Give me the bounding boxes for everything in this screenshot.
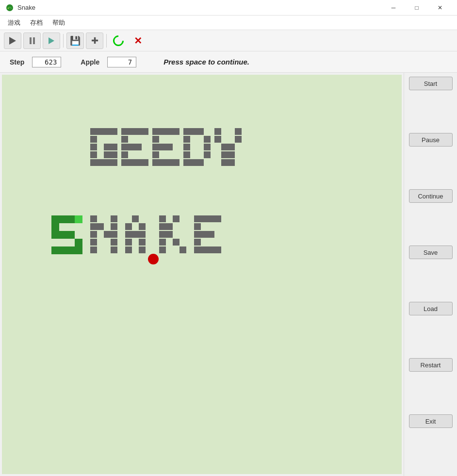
svg-rect-90 — [125, 223, 132, 230]
svg-rect-43 — [183, 128, 190, 135]
save-side-button[interactable]: Save — [409, 246, 453, 259]
minimize-button[interactable]: ─ — [382, 0, 405, 16]
svg-rect-108 — [166, 231, 173, 238]
apple-value: 7 — [107, 57, 136, 67]
svg-rect-84 — [104, 231, 111, 238]
svg-rect-72 — [67, 231, 75, 239]
svg-rect-30 — [152, 128, 159, 135]
svg-rect-92 — [139, 223, 146, 230]
svg-rect-102 — [159, 223, 166, 230]
svg-rect-64 — [228, 159, 235, 166]
title-bar-controls: ─ □ ✕ — [382, 0, 451, 16]
svg-rect-56 — [235, 128, 242, 135]
svg-rect-18 — [128, 128, 135, 135]
svg-rect-71 — [59, 231, 67, 239]
svg-rect-106 — [173, 215, 180, 222]
svg-rect-73 — [75, 239, 82, 246]
svg-rect-78 — [90, 215, 97, 222]
close-button[interactable]: ✕ — [429, 0, 451, 16]
play-button[interactable] — [4, 33, 21, 49]
svg-rect-16 — [111, 159, 117, 166]
svg-rect-45 — [197, 128, 204, 135]
svg-rect-62 — [228, 151, 235, 158]
svg-rect-23 — [128, 144, 135, 150]
reset-button[interactable] — [110, 33, 127, 49]
save-button[interactable]: 💾 — [66, 33, 84, 49]
add-button[interactable]: ✚ — [86, 33, 103, 49]
svg-rect-99 — [139, 246, 146, 253]
step-icon — [49, 37, 54, 44]
svg-point-1 — [8, 7, 9, 9]
svg-rect-120 — [194, 246, 201, 253]
svg-rect-116 — [194, 231, 201, 238]
pause-icon — [30, 37, 35, 44]
pause-button[interactable] — [23, 33, 41, 49]
svg-rect-32 — [166, 128, 173, 135]
svg-rect-15 — [104, 159, 111, 166]
svg-rect-6 — [90, 136, 97, 143]
pause-side-button[interactable]: Pause — [409, 133, 453, 147]
add-icon: ✚ — [91, 35, 98, 46]
svg-rect-95 — [139, 231, 146, 238]
svg-rect-40 — [159, 159, 166, 166]
svg-rect-94 — [132, 231, 139, 238]
svg-rect-58 — [235, 136, 242, 143]
game-canvas[interactable] — [2, 75, 402, 474]
svg-rect-28 — [135, 159, 142, 166]
menu-file[interactable]: 存档 — [26, 16, 47, 29]
svg-rect-31 — [159, 128, 166, 135]
svg-rect-111 — [194, 215, 201, 222]
menu-help[interactable]: 帮助 — [49, 16, 69, 29]
svg-rect-104 — [159, 239, 166, 246]
svg-rect-55 — [214, 128, 221, 135]
svg-rect-103 — [159, 231, 166, 238]
svg-rect-88 — [111, 239, 117, 246]
svg-rect-85 — [111, 215, 117, 222]
status-bar: Step 623 Apple 7 Press space to continue… — [0, 51, 457, 73]
svg-rect-50 — [183, 151, 190, 158]
svg-rect-76 — [67, 246, 75, 254]
svg-rect-97 — [139, 239, 146, 246]
maximize-button[interactable]: □ — [406, 0, 428, 16]
reset-icon — [111, 33, 126, 48]
svg-rect-54 — [197, 159, 204, 166]
svg-rect-60 — [228, 144, 235, 150]
svg-rect-83 — [97, 223, 104, 230]
svg-rect-9 — [111, 144, 117, 150]
svg-rect-41 — [166, 159, 173, 166]
svg-rect-36 — [159, 144, 166, 150]
side-panel: Start Pause Continue Save Load Restart E… — [404, 73, 457, 476]
svg-rect-42 — [173, 159, 180, 166]
svg-rect-75 — [59, 246, 67, 254]
svg-rect-87 — [111, 231, 117, 238]
svg-rect-69 — [51, 223, 59, 231]
svg-rect-26 — [121, 159, 128, 166]
svg-rect-11 — [104, 151, 111, 158]
title-bar: Snake ─ □ ✕ — [0, 0, 457, 16]
apple-label: Apple — [81, 58, 99, 66]
svg-rect-114 — [214, 215, 221, 222]
toolbar: 💾 ✚ ✕ — [0, 30, 457, 51]
svg-rect-107 — [166, 223, 173, 230]
start-button[interactable]: Start — [409, 77, 453, 90]
snake-text — [51, 215, 352, 305]
load-button[interactable]: Load — [409, 302, 453, 315]
svg-rect-113 — [208, 215, 214, 222]
svg-rect-117 — [201, 231, 208, 238]
continue-button[interactable]: Continue — [409, 189, 453, 203]
svg-rect-21 — [121, 136, 128, 143]
svg-rect-47 — [204, 136, 211, 143]
svg-rect-37 — [166, 144, 173, 150]
app-icon — [6, 4, 14, 12]
svg-rect-35 — [152, 144, 159, 150]
menu-game[interactable]: 游戏 — [4, 16, 24, 29]
svg-rect-38 — [152, 151, 159, 158]
restart-button[interactable]: Restart — [409, 358, 453, 372]
svg-rect-66 — [59, 215, 67, 223]
stop-button[interactable]: ✕ — [129, 33, 147, 49]
exit-button[interactable]: Exit — [409, 414, 453, 428]
svg-rect-33 — [173, 128, 180, 135]
step-button[interactable] — [43, 33, 60, 49]
svg-rect-14 — [97, 159, 104, 166]
svg-rect-53 — [190, 159, 197, 166]
